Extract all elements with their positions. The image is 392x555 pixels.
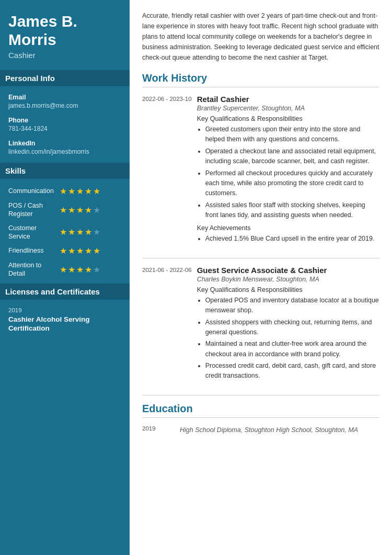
star-filled: ★ [85, 186, 92, 196]
star-filled: ★ [68, 205, 75, 215]
job-dates: 2021-06 - 2022-06 [142, 266, 197, 386]
star-filled: ★ [60, 227, 67, 237]
personal-info-header: Personal Info [0, 70, 130, 86]
star-filled: ★ [76, 246, 84, 256]
skill-row: Communication★★★★★ [8, 186, 121, 196]
star-filled: ★ [93, 246, 100, 256]
skill-name: Communication [8, 187, 55, 195]
star-filled: ★ [76, 205, 84, 215]
skill-stars: ★★★★★ [60, 265, 100, 275]
job-entry: 2022-06 - 2023-10Retail CashierBrantley … [142, 95, 379, 248]
job-details: Retail CashierBrantley Supercenter, Stou… [197, 95, 379, 248]
email-value: james.b.morris@me.com [8, 102, 121, 109]
list-item: Assisted sales floor staff with stocking… [205, 200, 379, 221]
skills-section: Communication★★★★★POS / Cash Register★★★… [8, 186, 121, 278]
star-filled: ★ [93, 186, 100, 196]
list-item: Maintained a neat and clutter-free work … [205, 339, 379, 359]
licenses-header: Licenses and Certificates [0, 284, 130, 300]
edu-entry: 2019High School Diploma, Stoughton High … [142, 425, 379, 435]
job-company: Charles Boykin Menswear, Stoughton, MA [197, 276, 379, 283]
phone-label: Phone [8, 117, 121, 124]
star-filled: ★ [68, 186, 75, 196]
education-header: Education [142, 403, 379, 418]
skill-name: Customer Service [8, 224, 55, 241]
job-entry: 2021-06 - 2022-06Guest Service Associate… [142, 266, 379, 386]
list-item: Performed all checkout procedures quickl… [205, 168, 379, 199]
linkedin-value: linkedin.com/in/jamesbmorris [8, 148, 121, 155]
cert-block: 2019 Cashier Alcohol Serving Certificati… [8, 307, 121, 333]
qualifications-label: Key Qualifications & Responsibilities [197, 115, 379, 122]
job-divider [142, 258, 379, 258]
phone-block: Phone 781-344-1824 [8, 117, 121, 132]
list-item: Operated a checkout lane and associated … [205, 146, 379, 167]
work-history-header: Work History [142, 72, 379, 87]
job-details: Guest Service Associate & CashierCharles… [197, 266, 379, 386]
skills-header: Skills [0, 163, 130, 179]
list-item: Greeted customers upon their entry into … [205, 124, 379, 145]
star-filled: ★ [60, 246, 67, 256]
star-filled: ★ [85, 246, 92, 256]
list-item: Processed credit card, debit card, cash,… [205, 361, 379, 381]
qualifications-label: Key Qualifications & Responsibilities [197, 286, 379, 293]
skill-stars: ★★★★★ [60, 186, 100, 196]
star-filled: ★ [68, 227, 75, 237]
summary-text: Accurate, friendly retail cashier with o… [142, 10, 379, 63]
skill-stars: ★★★★★ [60, 205, 100, 215]
skill-stars: ★★★★★ [60, 227, 100, 237]
star-filled: ★ [85, 265, 92, 275]
cert-name: Cashier Alcohol Serving Certification [8, 315, 121, 333]
skill-row: Friendliness★★★★★ [8, 246, 121, 256]
skill-name: POS / Cash Register [8, 201, 55, 219]
linkedin-label: LinkedIn [8, 140, 121, 147]
skill-row: POS / Cash Register★★★★★ [8, 201, 121, 219]
sidebar: James B. Morris Cashier Personal Info Em… [0, 0, 130, 555]
star-filled: ★ [85, 205, 92, 215]
job-bullets: Greeted customers upon their entry into … [197, 124, 379, 220]
skill-name: Attention to Detail [8, 261, 55, 278]
skill-stars: ★★★★★ [60, 246, 100, 256]
main-content: Accurate, friendly retail cashier with o… [130, 0, 392, 555]
job-bullets: Operated POS and inventory database loca… [197, 296, 379, 381]
star-empty: ★ [93, 265, 100, 275]
phone-value: 781-344-1824 [8, 125, 121, 132]
email-label: Email [8, 94, 121, 101]
star-filled: ★ [60, 186, 67, 196]
resume-container: James B. Morris Cashier Personal Info Em… [0, 0, 392, 555]
jobs-container: 2022-06 - 2023-10Retail CashierBrantley … [142, 95, 379, 386]
job-title: Retail Cashier [197, 95, 379, 104]
job-title: Guest Service Associate & Cashier [197, 266, 379, 275]
star-filled: ★ [76, 186, 84, 196]
cert-year: 2019 [8, 307, 121, 313]
star-filled: ★ [60, 205, 67, 215]
star-filled: ★ [68, 246, 75, 256]
edu-year: 2019 [142, 425, 180, 435]
skill-name: Friendliness [8, 246, 55, 255]
skill-row: Customer Service★★★★★ [8, 224, 121, 241]
list-item: Operated POS and inventory database loca… [205, 296, 379, 316]
achievements-label: Key Achievements [197, 224, 379, 232]
star-filled: ★ [60, 265, 67, 275]
education-divider [142, 395, 379, 395]
star-empty: ★ [93, 227, 100, 237]
candidate-title: Cashier [8, 51, 121, 60]
list-item: Achieved 1.5% Blue Card upsell in the en… [205, 234, 379, 244]
job-company: Brantley Supercenter, Stoughton, MA [197, 105, 379, 112]
star-filled: ★ [76, 265, 84, 275]
edu-detail: High School Diploma, Stoughton High Scho… [180, 425, 358, 435]
job-dates: 2022-06 - 2023-10 [142, 95, 197, 248]
star-filled: ★ [68, 265, 75, 275]
achievements-list: Achieved 1.5% Blue Card upsell in the en… [197, 234, 379, 244]
email-block: Email james.b.morris@me.com [8, 94, 121, 109]
star-filled: ★ [85, 227, 92, 237]
skill-row: Attention to Detail★★★★★ [8, 261, 121, 278]
list-item: Assisted shoppers with checking out, ret… [205, 318, 379, 338]
linkedin-block: LinkedIn linkedin.com/in/jamesbmorris [8, 140, 121, 155]
star-empty: ★ [93, 205, 100, 215]
education-container: 2019High School Diploma, Stoughton High … [142, 425, 379, 435]
star-filled: ★ [76, 227, 84, 237]
candidate-name: James B. Morris [8, 13, 121, 49]
